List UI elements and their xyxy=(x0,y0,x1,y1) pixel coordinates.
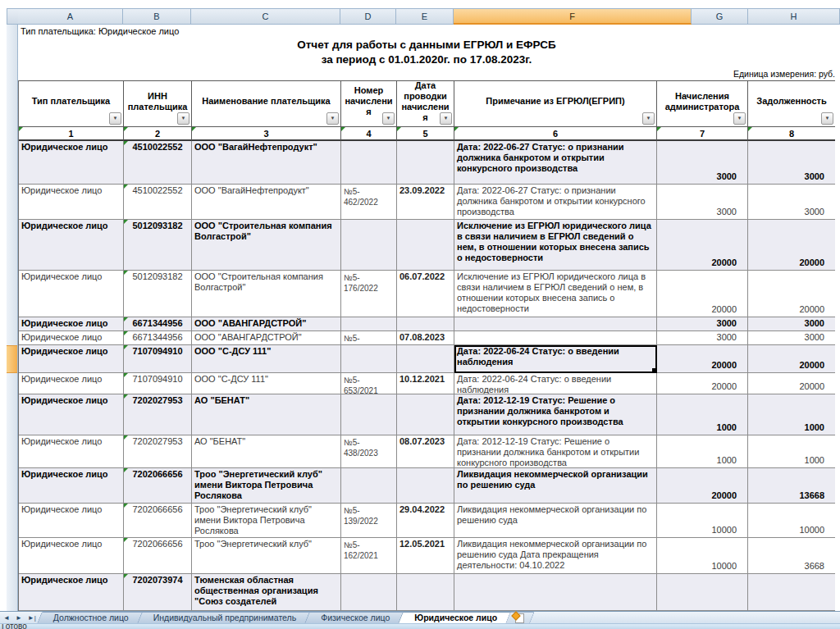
column-header-d[interactable]: D xyxy=(340,8,396,25)
cell-type[interactable]: Юридическое лицо xyxy=(19,504,124,538)
cell-type[interactable]: Юридическое лицо xyxy=(19,468,124,504)
cell-name[interactable]: АО "БЕНАТ" xyxy=(192,394,341,435)
cell-inn[interactable]: 7107094910 xyxy=(124,373,192,394)
cell-inn[interactable]: 7202066656 xyxy=(124,504,192,538)
cell-inn[interactable]: 6671344956 xyxy=(124,331,192,345)
cell-inn[interactable]: 7107094910 xyxy=(124,345,192,373)
sheet-tab-4[interactable]: Юридическое лицо xyxy=(400,612,511,623)
cell-date[interactable] xyxy=(397,468,454,504)
cell-name[interactable]: ООО "ВагайНефтепродукт" xyxy=(192,185,341,220)
cell-inn[interactable]: 6671344956 xyxy=(124,317,192,331)
cell-date[interactable] xyxy=(397,220,454,271)
tab-nav-arrow-icon[interactable]: ◄ xyxy=(3,614,10,622)
cell-inn[interactable]: 7202066656 xyxy=(124,538,192,574)
cell-accrual[interactable]: 20000 xyxy=(657,373,748,394)
cell-note[interactable]: Дата: 2022-06-24 Статус: о введении набл… xyxy=(454,345,657,373)
cell-accrual[interactable]: 20000 xyxy=(657,468,748,504)
cell-debt[interactable]: 3000 xyxy=(748,317,835,331)
cell-note[interactable] xyxy=(454,317,657,331)
cell-inn[interactable]: 7202066656 xyxy=(124,468,192,504)
column-header-g[interactable]: G xyxy=(692,8,748,25)
cell-debt[interactable]: 20000 xyxy=(748,220,835,271)
sheet-tab-2[interactable]: Индивидуальный предприниматель xyxy=(139,612,311,623)
cell-type[interactable]: Юридическое лицо xyxy=(19,317,124,331)
cell-note[interactable]: Дата: 2022-06-24 Статус: о введении набл… xyxy=(454,373,657,394)
cell-type[interactable]: Юридическое лицо xyxy=(19,220,124,271)
cell-note[interactable]: Исключение из ЕГРЮЛ юридического лица в … xyxy=(454,271,657,317)
cell-inn[interactable]: 5012093182 xyxy=(124,220,192,271)
cell-accrual[interactable]: 10000 xyxy=(657,538,748,574)
filter-dropdown-button[interactable]: ▼ xyxy=(733,112,746,125)
cell-note[interactable]: Исключение из ЕГРЮЛ юридического лица в … xyxy=(454,220,657,271)
cell-date[interactable] xyxy=(397,394,454,435)
cell-num[interactable]: №5-139/2022 xyxy=(341,504,397,538)
cell-name[interactable]: ООО "С-ДСУ 111" xyxy=(192,345,341,373)
row-gutter[interactable] xyxy=(7,25,18,611)
cell-inn[interactable]: 7202073974 xyxy=(124,574,192,611)
column-header-a[interactable]: A xyxy=(18,8,123,25)
cell-debt[interactable]: 13668 xyxy=(748,468,835,504)
column-header-e[interactable]: E xyxy=(396,8,454,25)
cell-debt[interactable]: 1000 xyxy=(748,435,835,468)
cell-num[interactable]: №5-653/2021 xyxy=(341,373,397,394)
cell-num[interactable]: №5-176/2022 xyxy=(341,271,397,317)
cell-name[interactable]: ООО "ВагайНефтепродукт" xyxy=(192,141,341,185)
cell-debt[interactable]: 20000 xyxy=(748,271,835,317)
cell-type[interactable]: Юридическое лицо xyxy=(19,538,124,574)
cell-accrual[interactable]: 10000 xyxy=(657,504,748,538)
cell-debt[interactable]: 3000 xyxy=(748,141,835,185)
filter-dropdown-button[interactable]: ▼ xyxy=(177,112,189,125)
cell-debt[interactable] xyxy=(748,574,835,611)
cell-name[interactable]: Троо "Энергетический клуб" имени Виктора… xyxy=(192,468,341,504)
cell-date[interactable] xyxy=(397,141,454,185)
cell-num[interactable]: №5-438/2023 xyxy=(341,435,397,468)
cell-num[interactable] xyxy=(341,468,397,504)
filter-dropdown-button[interactable]: ▼ xyxy=(440,112,452,125)
filter-dropdown-button[interactable]: ▼ xyxy=(821,112,833,125)
cell-note[interactable]: Ликвидация некоммерческой организации по… xyxy=(454,468,657,504)
tab-nav-arrow-icon[interactable]: ►| xyxy=(28,614,36,622)
cell-name[interactable]: Троо "Энергетический клуб" имени Виктора… xyxy=(192,504,341,538)
cell-num[interactable]: №5-443/2023 xyxy=(341,331,397,345)
cell-num[interactable] xyxy=(341,220,397,271)
column-header-b[interactable]: B xyxy=(123,8,191,25)
cell-inn[interactable]: 5012093182 xyxy=(124,271,192,317)
cell-date[interactable]: 08.07.2023 xyxy=(397,435,454,468)
cell-name[interactable]: ООО "АВАНГАРДСТРОЙ" xyxy=(192,317,341,331)
cell-name[interactable]: Троо "Энергетический клуб" xyxy=(192,538,341,574)
cell-note[interactable]: Дата: 2022-06-27 Статус: о признании дол… xyxy=(454,185,657,220)
cell-num[interactable]: №5-462/2022 xyxy=(341,185,397,220)
cell-accrual[interactable]: 20000 xyxy=(657,220,748,271)
filter-dropdown-button[interactable]: ▼ xyxy=(326,112,339,125)
cell-num[interactable] xyxy=(341,141,397,185)
cell-type[interactable]: Юридическое лицо xyxy=(19,271,124,317)
cell-date[interactable]: 06.07.2022 xyxy=(397,271,454,317)
cell-date[interactable]: 07.08.2023 xyxy=(397,331,454,345)
cell-num[interactable] xyxy=(341,574,397,611)
cell-name[interactable]: ООО "С-ДСУ 111" xyxy=(192,373,341,394)
cell-note[interactable]: Дата: 2022-06-27 Статус: о признании дол… xyxy=(454,141,657,185)
cell-num[interactable] xyxy=(341,345,397,373)
cell-date[interactable]: 10.12.2021 xyxy=(397,373,454,394)
tab-nav-arrow-icon[interactable]: ► xyxy=(16,614,22,622)
cell-accrual[interactable]: 20000 xyxy=(657,271,748,317)
cell-date[interactable] xyxy=(397,345,454,373)
cell-type[interactable]: Юридическое лицо xyxy=(19,394,124,435)
filter-dropdown-button[interactable]: ▼ xyxy=(109,112,121,125)
cell-num[interactable] xyxy=(341,394,397,435)
cell-type[interactable]: Юридическое лицо xyxy=(19,345,124,373)
cell-accrual[interactable]: 1000 xyxy=(657,435,748,468)
cell-name[interactable]: ООО "АВАНГАРДСТРОЙ" xyxy=(192,331,341,345)
cell-type[interactable]: Юридическое лицо xyxy=(19,574,124,611)
sheet-tab-1[interactable]: Должностное лицо xyxy=(39,612,143,623)
cell-accrual[interactable] xyxy=(657,574,748,611)
cell-name[interactable]: Тюменская областная общественная организ… xyxy=(192,574,341,611)
cell-type[interactable]: Юридическое лицо xyxy=(19,331,124,345)
cell-note[interactable]: Дата: 2012-12-19 Статус: Решение о призн… xyxy=(454,394,657,435)
cell-type[interactable]: Юридическое лицо xyxy=(19,373,124,394)
cell-date[interactable] xyxy=(397,317,454,331)
cell-note[interactable]: Ликвидация некоммерческой организации по… xyxy=(454,504,657,538)
cell-accrual[interactable]: 3000 xyxy=(657,185,748,220)
cell-num[interactable] xyxy=(341,317,397,331)
cell-debt[interactable]: 3000 xyxy=(748,331,835,345)
